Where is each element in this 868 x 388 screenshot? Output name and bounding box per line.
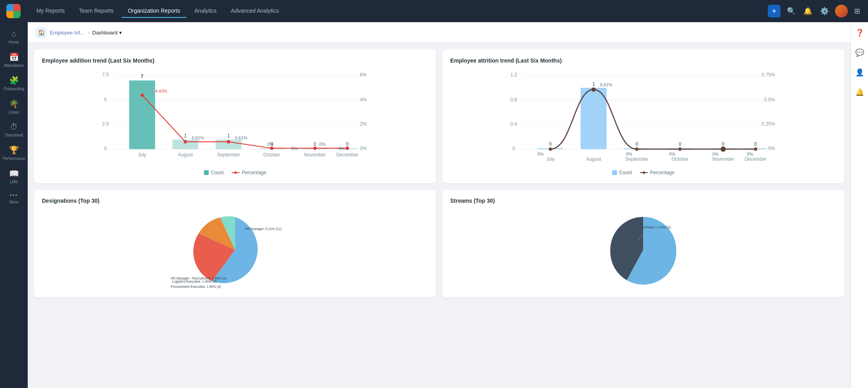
sidebar-label-onboarding: Onboarding bbox=[4, 87, 24, 91]
attrition-legend-count: Count bbox=[612, 170, 632, 175]
lms-icon: 📖 bbox=[9, 169, 19, 178]
sidebar-label-attendance: Attendance bbox=[4, 63, 24, 68]
svg-text:0%: 0% bbox=[360, 146, 367, 151]
sidebar-item-more[interactable]: ••• More bbox=[0, 188, 28, 208]
svg-text:0%: 0% bbox=[537, 152, 544, 156]
svg-text:July: July bbox=[546, 156, 554, 162]
feedback-icon[interactable]: 💬 bbox=[854, 47, 866, 59]
designations-pie: HR Manager: 5.21% (11) Logistics Executi… bbox=[42, 210, 428, 289]
svg-text:HR Manager: 5.21% (11): HR Manager: 5.21% (11) bbox=[245, 227, 282, 231]
user-check-icon[interactable]: 👤 bbox=[854, 67, 866, 78]
svg-text:0.8: 0.8 bbox=[510, 97, 517, 103]
svg-text:0: 0 bbox=[679, 141, 681, 147]
main-layout: ⌂ Home 📅 Attendance 🧩 Onboarding 🌴 Leave… bbox=[0, 22, 868, 388]
sidebar-item-home[interactable]: ⌂ Home bbox=[0, 25, 28, 48]
sidebar-item-leave[interactable]: 🌴 Leave bbox=[0, 95, 28, 118]
streams-svg: Software: 1.42% (3) bbox=[450, 210, 836, 289]
svg-text:October: October bbox=[263, 152, 280, 158]
nav-org-reports[interactable]: Organization Reports bbox=[122, 4, 187, 18]
sidebar-label-more: More bbox=[10, 200, 19, 204]
more-icon: ••• bbox=[10, 192, 18, 198]
streams-title: Streams (Top 30) bbox=[450, 198, 836, 204]
svg-text:0: 0 bbox=[722, 141, 725, 147]
top-nav: My Reports Team Reports Organization Rep… bbox=[0, 0, 868, 22]
svg-text:September: September bbox=[217, 152, 240, 158]
sidebar-label-home: Home bbox=[9, 40, 19, 44]
leave-icon: 🌴 bbox=[9, 99, 19, 108]
svg-text:0: 0 bbox=[636, 141, 638, 147]
svg-text:Software: 1.42% (3): Software: 1.42% (3) bbox=[641, 225, 671, 229]
svg-point-26 bbox=[227, 140, 230, 144]
svg-rect-12 bbox=[129, 80, 155, 149]
left-sidebar: ⌂ Home 📅 Attendance 🧩 Onboarding 🌴 Leave… bbox=[0, 22, 28, 388]
grid-icon[interactable]: ⊞ bbox=[853, 5, 862, 17]
nav-team-reports[interactable]: Team Reports bbox=[73, 4, 120, 18]
svg-text:7: 7 bbox=[141, 74, 144, 79]
add-button[interactable]: + bbox=[768, 5, 780, 17]
svg-point-25 bbox=[184, 140, 187, 144]
svg-point-73 bbox=[721, 147, 725, 151]
svg-text:0.61%: 0.61% bbox=[192, 135, 204, 140]
svg-text:August: August bbox=[178, 152, 193, 158]
app-logo[interactable] bbox=[6, 4, 21, 18]
svg-point-27 bbox=[270, 146, 274, 150]
breadcrumb-separator: › bbox=[88, 30, 89, 36]
breadcrumb-home[interactable]: 🏠 bbox=[36, 27, 47, 38]
svg-text:0%: 0% bbox=[669, 152, 676, 156]
nav-actions: + 🔍 🔔 ⚙️ ⊞ bbox=[768, 5, 862, 17]
performance-icon: 🏆 bbox=[9, 145, 19, 155]
nav-links: My Reports Team Reports Organization Rep… bbox=[30, 4, 768, 18]
sidebar-item-performance[interactable]: 🏆 Performance bbox=[0, 141, 28, 165]
timesheet-icon: ⏱ bbox=[10, 122, 18, 131]
search-icon[interactable]: 🔍 bbox=[785, 5, 797, 17]
svg-text:September: September bbox=[625, 156, 649, 162]
help-icon[interactable]: ❓ bbox=[854, 27, 866, 39]
svg-text:0%: 0% bbox=[319, 142, 326, 146]
svg-text:1: 1 bbox=[592, 81, 595, 87]
alert-icon[interactable]: 🔔 bbox=[854, 86, 866, 98]
svg-point-44 bbox=[234, 171, 237, 174]
nav-analytics[interactable]: Analytics bbox=[188, 4, 223, 18]
attrition-trend-svg: 1.2 0.8 0.4 0 0.75% 0.5% 0.25% 0% bbox=[450, 70, 836, 165]
streams-card: Streams (Top 30) Software: 1.42% (3) bbox=[442, 190, 844, 297]
svg-text:0.5%: 0.5% bbox=[764, 97, 775, 103]
svg-text:October: October bbox=[672, 156, 689, 162]
sidebar-item-timesheet[interactable]: ⏱ Timesheet bbox=[0, 118, 28, 141]
legend-count-dot bbox=[204, 170, 209, 175]
breadcrumb-current[interactable]: Dashboard ▾ bbox=[92, 30, 122, 36]
breadcrumb-parent[interactable]: Employee Inf... bbox=[50, 30, 84, 36]
designations-svg: HR Manager: 5.21% (11) Logistics Executi… bbox=[42, 210, 428, 289]
svg-text:0.61%: 0.61% bbox=[600, 82, 612, 87]
svg-text:August: August bbox=[586, 156, 601, 162]
svg-text:0: 0 bbox=[314, 141, 316, 147]
svg-text:November: November bbox=[712, 156, 734, 162]
svg-text:0: 0 bbox=[512, 146, 515, 151]
sidebar-item-onboarding[interactable]: 🧩 Onboarding bbox=[0, 72, 28, 95]
svg-text:2.5: 2.5 bbox=[102, 121, 109, 127]
svg-text:0: 0 bbox=[754, 141, 757, 147]
sidebar-label-leave: Leave bbox=[8, 110, 19, 114]
svg-point-74 bbox=[754, 147, 758, 151]
svg-text:Procurement Executive: 1.90% (: Procurement Executive: 1.90% (4) bbox=[171, 285, 221, 289]
svg-text:1: 1 bbox=[227, 133, 230, 139]
settings-icon[interactable]: ⚙️ bbox=[819, 5, 830, 17]
attrition-legend-percentage: Percentage bbox=[640, 170, 674, 175]
svg-text:4%: 4% bbox=[360, 97, 367, 103]
sidebar-item-attendance[interactable]: 📅 Attendance bbox=[0, 48, 28, 72]
breadcrumb: 🏠 Employee Inf... › Dashboard ▾ bbox=[28, 22, 851, 43]
svg-text:0.25%: 0.25% bbox=[761, 121, 775, 127]
streams-pie: Software: 1.42% (3) bbox=[450, 210, 836, 289]
sidebar-item-lms[interactable]: 📖 LMS bbox=[0, 165, 28, 188]
notifications-icon[interactable]: 🔔 bbox=[802, 5, 814, 17]
nav-my-reports[interactable]: My Reports bbox=[30, 4, 71, 18]
attrition-legend-count-label: Count bbox=[619, 170, 632, 175]
svg-text:November: November bbox=[304, 152, 326, 158]
attrition-legend-pct-svg bbox=[640, 170, 648, 175]
home-icon: ⌂ bbox=[11, 29, 16, 38]
svg-text:0%: 0% bbox=[291, 146, 297, 151]
attrition-legend: Count Percentage bbox=[450, 170, 836, 175]
svg-text:HR Manager - Recruitment: 1.90: HR Manager - Recruitment: 1.90% (4) bbox=[171, 276, 226, 280]
attrition-legend-pct-label: Percentage bbox=[650, 170, 674, 175]
avatar[interactable] bbox=[835, 5, 848, 17]
nav-advanced-analytics[interactable]: Advanced Analytics bbox=[225, 4, 285, 18]
